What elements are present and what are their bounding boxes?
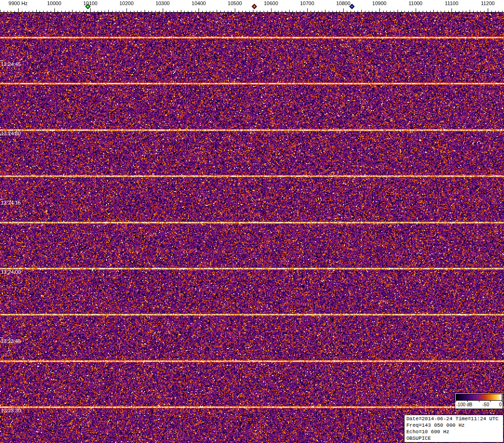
marker-green[interactable] [86, 4, 91, 9]
legend-mid-label: -50 [483, 402, 489, 408]
time-label: 13:24:45 [1, 61, 21, 67]
color-scale-gradient [456, 394, 502, 401]
time-label: 13:24:00 [1, 269, 21, 275]
waterfall-window: 9900 Hz100001010010200103001040010500106… [0, 0, 504, 443]
info-echo: Echo=10 600 Hz [406, 429, 501, 435]
marker-center-dot [351, 6, 352, 7]
legend-max-label: 0 [499, 402, 502, 408]
time-tick [0, 407, 3, 407]
time-label: 13:23:30 [1, 408, 21, 413]
info-frequency: Freq=143 050 000 Hz [406, 422, 501, 429]
time-label: 13:24:30 [1, 131, 21, 136]
info-observatory: OBSUPICE [406, 435, 501, 442]
info-date-time: Date=2014-06-24 Time=11:24 UTC [406, 416, 501, 422]
info-box: Date=2014-06-24 Time=11:24 UTC Freq=143 … [404, 415, 504, 443]
marker-center-dot [87, 6, 89, 7]
time-tick [0, 268, 3, 269]
spectrogram-canvas[interactable] [0, 13, 504, 443]
time-label: 13:23:45 [1, 338, 21, 344]
time-tick [0, 199, 3, 199]
legend-min-label: -100 dB [456, 402, 472, 408]
time-tick [0, 60, 3, 61]
time-tick [0, 337, 3, 338]
color-scale-labels: -100 dB -50 0 [456, 402, 502, 408]
frequency-markers [0, 0, 504, 13]
marker-blue[interactable] [349, 4, 354, 9]
marker-red[interactable] [252, 4, 257, 9]
marker-center-dot [253, 6, 255, 7]
color-scale-legend: -100 dB -50 0 [455, 393, 503, 409]
time-tick [0, 130, 3, 130]
time-label: 13:24:15 [1, 200, 21, 205]
